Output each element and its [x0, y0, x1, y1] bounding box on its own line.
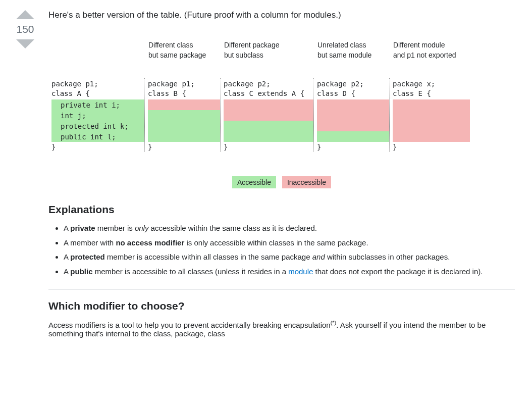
list-item: A public member is accessible to all cla…	[64, 266, 515, 278]
answer-content: Here's a better version of the table. (F…	[40, 8, 515, 345]
list-item: A member with no access modifier is only…	[64, 237, 515, 249]
vote-column: 150	[10, 8, 40, 345]
legend: Accessible Inaccessible	[48, 176, 515, 188]
legend-inaccessible: Inaccessible	[282, 176, 331, 188]
list-item: A private member is only accessible with…	[64, 223, 515, 234]
member-protected: protected int k;	[51, 121, 144, 131]
diagram-column-a: package p1; class A { private int i; int…	[48, 78, 144, 152]
diagram-column-e: package x; class E { }	[389, 78, 470, 152]
diagram-header: Different package but subclass	[220, 40, 313, 60]
section-divider	[48, 289, 515, 290]
upvote-icon[interactable]	[16, 10, 34, 19]
module-link[interactable]: module	[288, 267, 313, 276]
diagram-column-c: package p2; class C extends A { }	[220, 78, 313, 152]
diagram-header: Unrelated class but same module	[313, 40, 389, 60]
diagram-column-d: package p2; class D { }	[313, 78, 389, 152]
diagram-header: Different class but same package	[144, 40, 220, 60]
diagram-header: Different module and p1 not exported	[389, 40, 470, 60]
list-item: A protected member is accessible within …	[64, 251, 515, 263]
which-modifier-body: Access modifiers is a tool to help you t…	[48, 320, 515, 338]
downvote-icon[interactable]	[16, 39, 34, 48]
explanations-heading: Explanations	[48, 204, 515, 216]
explanations-list: A private member is only accessible with…	[48, 223, 515, 277]
legend-accessible: Accessible	[232, 176, 276, 188]
member-default: int j;	[51, 110, 144, 121]
diagram-column-b: package p1; class B { }	[144, 78, 220, 152]
vote-score: 150	[16, 23, 34, 35]
access-diagram: Different class but same package Differe…	[48, 40, 515, 188]
intro-text: Here's a better version of the table. (F…	[48, 10, 515, 20]
which-modifier-heading: Which modifier to choose?	[48, 300, 515, 312]
member-private: private int i;	[51, 99, 144, 110]
member-public: public int l;	[51, 131, 144, 142]
